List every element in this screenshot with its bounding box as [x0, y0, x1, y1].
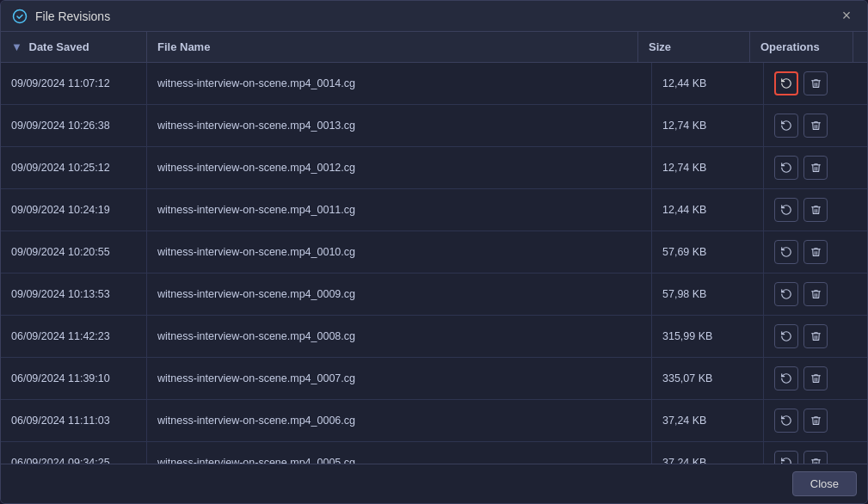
table-row: 06/09/2024 09:34:25witness-interview-on-…: [1, 442, 867, 464]
cell-operations: [764, 231, 867, 273]
delete-button[interactable]: [803, 156, 828, 180]
col-filename: File Name: [147, 32, 638, 62]
cell-size: 57,98 KB: [652, 274, 764, 315]
cell-operations: [764, 147, 867, 188]
cell-date: 09/09/2024 11:07:12: [1, 63, 147, 104]
restore-button[interactable]: [774, 451, 798, 464]
cell-filename: witness-interview-on-scene.mp4_0006.cg: [147, 400, 652, 441]
col-date[interactable]: ▼ Date Saved: [1, 32, 147, 62]
delete-button[interactable]: [803, 114, 828, 138]
cell-filename: witness-interview-on-scene.mp4_0005.cg: [147, 442, 652, 464]
svg-point-0: [14, 9, 27, 22]
cell-operations: [764, 442, 867, 464]
table-header: ▼ Date Saved File Name Size Operations: [1, 32, 867, 63]
cell-size: 335,07 KB: [652, 358, 764, 399]
cell-size: 12,74 KB: [652, 147, 764, 188]
cell-size: 12,44 KB: [652, 63, 764, 104]
cell-date: 06/09/2024 09:34:25: [1, 442, 147, 464]
delete-button[interactable]: [803, 71, 828, 95]
cell-date: 09/09/2024 10:26:38: [1, 105, 147, 146]
table-row: 09/09/2024 10:24:19witness-interview-on-…: [1, 189, 867, 231]
cell-filename: witness-interview-on-scene.mp4_0008.cg: [147, 316, 652, 357]
col-size: Size: [638, 32, 750, 62]
restore-button[interactable]: [774, 366, 798, 390]
cell-operations: [764, 189, 867, 230]
restore-button[interactable]: [774, 198, 798, 222]
dialog-title: File Revisions: [35, 9, 836, 23]
cell-size: 315,99 KB: [652, 316, 764, 357]
cell-size: 37,24 KB: [652, 400, 764, 441]
delete-button[interactable]: [803, 451, 828, 464]
restore-button[interactable]: [774, 282, 798, 306]
cell-filename: witness-interview-on-scene.mp4_0010.cg: [147, 231, 652, 273]
cell-filename: witness-interview-on-scene.mp4_0009.cg: [147, 274, 652, 315]
cell-date: 09/09/2024 10:24:19: [1, 189, 147, 230]
cell-date: 06/09/2024 11:39:10: [1, 358, 147, 399]
delete-button[interactable]: [803, 324, 828, 348]
cell-operations: [764, 400, 867, 441]
cell-filename: witness-interview-on-scene.mp4_0014.cg: [147, 63, 652, 104]
cell-filename: witness-interview-on-scene.mp4_0012.cg: [147, 147, 652, 188]
table-row: 06/09/2024 11:11:03witness-interview-on-…: [1, 400, 867, 442]
sort-icon: ▼: [11, 40, 22, 53]
restore-button[interactable]: [774, 114, 798, 138]
delete-button[interactable]: [803, 282, 828, 306]
cell-date: 06/09/2024 11:11:03: [1, 400, 147, 441]
delete-button[interactable]: [803, 409, 828, 433]
table-row: 09/09/2024 10:13:53witness-interview-on-…: [1, 274, 867, 316]
cell-size: 12,74 KB: [652, 105, 764, 146]
restore-button[interactable]: [774, 156, 798, 180]
cell-filename: witness-interview-on-scene.mp4_0013.cg: [147, 105, 652, 146]
cell-operations: [764, 316, 867, 357]
delete-button[interactable]: [803, 198, 828, 222]
cell-date: 06/09/2024 11:42:23: [1, 316, 147, 357]
table-row: 09/09/2024 10:20:55witness-interview-on-…: [1, 231, 867, 274]
revisions-table: ▼ Date Saved File Name Size Operations 0…: [1, 32, 867, 464]
cell-operations: [764, 63, 867, 104]
close-button[interactable]: Close: [792, 471, 857, 496]
table-body: 09/09/2024 11:07:12witness-interview-on-…: [1, 63, 867, 464]
restore-button[interactable]: [774, 240, 798, 264]
table-row: 09/09/2024 10:26:38witness-interview-on-…: [1, 105, 867, 147]
dialog-footer: Close: [1, 464, 867, 503]
cell-size: 57,69 KB: [652, 231, 764, 273]
cell-size: 37,24 KB: [652, 442, 764, 464]
title-bar: File Revisions ×: [1, 1, 867, 32]
table-row: 09/09/2024 11:07:12witness-interview-on-…: [1, 63, 867, 105]
cell-filename: witness-interview-on-scene.mp4_0011.cg: [147, 189, 652, 230]
cell-date: 09/09/2024 10:13:53: [1, 274, 147, 315]
restore-button[interactable]: [774, 71, 798, 95]
cell-date: 09/09/2024 10:25:12: [1, 147, 147, 188]
cell-operations: [764, 358, 867, 399]
cell-date: 09/09/2024 10:20:55: [1, 231, 147, 273]
delete-button[interactable]: [803, 240, 828, 264]
restore-button[interactable]: [774, 409, 798, 433]
restore-button[interactable]: [774, 324, 798, 348]
window-close-button[interactable]: ×: [836, 6, 857, 27]
file-revisions-dialog: File Revisions × ▼ Date Saved File Name …: [0, 0, 868, 504]
cell-operations: [764, 274, 867, 315]
app-icon: [11, 8, 28, 25]
cell-size: 12,44 KB: [652, 189, 764, 230]
cell-filename: witness-interview-on-scene.mp4_0007.cg: [147, 358, 652, 399]
col-operations: Operations: [750, 32, 853, 62]
table-row: 09/09/2024 10:25:12witness-interview-on-…: [1, 147, 867, 189]
delete-button[interactable]: [803, 366, 828, 390]
cell-operations: [764, 105, 867, 146]
table-row: 06/09/2024 11:39:10witness-interview-on-…: [1, 358, 867, 400]
table-row: 06/09/2024 11:42:23witness-interview-on-…: [1, 316, 867, 358]
